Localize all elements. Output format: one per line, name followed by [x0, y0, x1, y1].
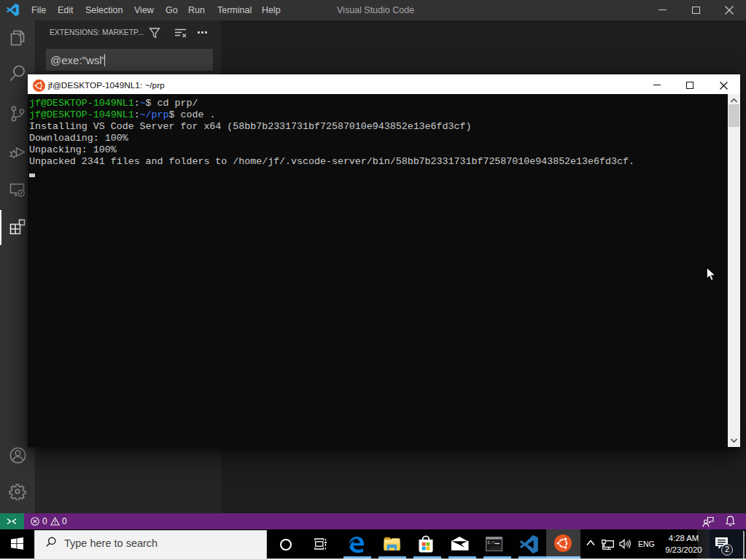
svg-text:C:\: C:\: [488, 540, 496, 545]
